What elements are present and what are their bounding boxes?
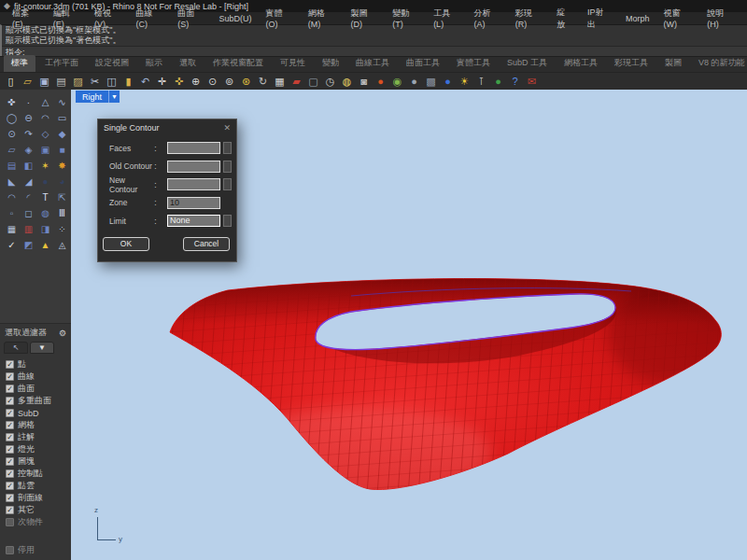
export-icon[interactable]: ▨: [70, 74, 86, 89]
toolbar-tab[interactable]: 實體工具: [449, 55, 498, 72]
history-clock-icon[interactable]: ◷: [322, 74, 338, 89]
checkbox[interactable]: ✓: [6, 397, 14, 405]
sphere-tool-icon[interactable]: ●: [37, 174, 53, 189]
filter-checkbox-item[interactable]: ✓ 點: [6, 358, 71, 371]
orient-tool-icon[interactable]: ◍: [37, 205, 53, 220]
picker-button[interactable]: [223, 178, 232, 190]
feedback-icon[interactable]: ✉: [524, 74, 540, 89]
filter-checkbox-item[interactable]: ✓ 燈光: [6, 443, 71, 455]
print-icon[interactable]: ▤: [53, 74, 69, 89]
patch-tool-icon[interactable]: ◆: [54, 126, 70, 141]
zoom-icon[interactable]: ⊕: [188, 74, 204, 89]
arc-tool-icon[interactable]: ◠: [37, 110, 53, 125]
row-input[interactable]: None: [167, 215, 220, 227]
picker-button[interactable]: [223, 161, 232, 173]
move-tool-icon[interactable]: ◻: [21, 205, 36, 220]
pan-hand-icon[interactable]: ✛: [154, 74, 170, 89]
toolbar-tab[interactable]: 選取: [172, 55, 204, 72]
box-tool-icon[interactable]: ▣: [37, 142, 53, 157]
lock-icon[interactable]: ◙: [356, 74, 372, 89]
checkbox[interactable]: ✓: [6, 445, 14, 454]
menu-item[interactable]: IP射出: [581, 7, 618, 31]
paste-icon[interactable]: ▮: [120, 74, 136, 89]
filter-checkbox-item[interactable]: ✓ 次物件: [6, 516, 71, 528]
checkbox[interactable]: ✓: [6, 409, 14, 417]
surface-tool-icon[interactable]: ◇: [37, 126, 53, 141]
menu-item[interactable]: 製圖(D): [345, 7, 386, 29]
loft-tool-icon[interactable]: ◈: [21, 142, 36, 157]
filter-checkbox-item[interactable]: ✓ 點雲: [6, 480, 71, 492]
row-input[interactable]: [167, 161, 220, 173]
toolbar-tab[interactable]: 網格工具: [557, 55, 605, 72]
dim-tool-icon[interactable]: ⇱: [54, 189, 70, 204]
scale-tool-icon[interactable]: ▫: [4, 205, 20, 220]
hide-icon[interactable]: ▢: [305, 74, 321, 89]
undo-icon[interactable]: ↶: [137, 74, 153, 89]
mesh-sphere-icon[interactable]: ▩: [423, 74, 439, 89]
viewport-canvas[interactable]: Right ▼ z y Single Contour ✕ Faces : O: [71, 90, 747, 560]
check-tool-icon[interactable]: ✓: [4, 237, 20, 252]
checkbox[interactable]: ✓: [6, 421, 14, 429]
viewport-layout-icon[interactable]: ▦: [272, 74, 288, 89]
toolbar-tab[interactable]: SubD 工具: [500, 55, 555, 72]
toolbar-tab[interactable]: 設定視圖: [88, 55, 136, 72]
checkbox[interactable]: ✓: [6, 494, 14, 502]
copy-icon[interactable]: ◫: [104, 74, 120, 89]
earth-icon[interactable]: ●: [490, 74, 506, 89]
close-icon[interactable]: ✕: [223, 123, 231, 133]
rotate-view-icon[interactable]: ✜: [171, 74, 187, 89]
toolbar-tab[interactable]: 可見性: [273, 55, 313, 72]
filter-checkbox-item[interactable]: ✓ 控制點: [6, 468, 71, 480]
text-tool-icon[interactable]: T: [37, 189, 53, 204]
toolbar-tab[interactable]: 作業視窗配置: [205, 55, 271, 72]
menu-item[interactable]: 綻放: [551, 7, 581, 31]
filter-tab-filter[interactable]: ▼: [30, 342, 54, 354]
checkbox[interactable]: ✓: [6, 457, 14, 466]
chevron-down-icon[interactable]: ▼: [108, 91, 120, 103]
pyramid-tool-icon[interactable]: ◬: [54, 237, 70, 252]
blend-curve-tool-icon[interactable]: ◜: [21, 189, 36, 204]
select-tool-icon[interactable]: ✜: [4, 94, 20, 109]
checkbox[interactable]: ✓: [6, 360, 14, 369]
filter-checkbox-item[interactable]: ✓ 曲面: [6, 383, 71, 395]
picker-button[interactable]: [223, 142, 232, 154]
row-input[interactable]: [167, 142, 220, 154]
toolbar-tab[interactable]: 製圖: [657, 55, 689, 72]
fillet-tool-icon[interactable]: ◣: [4, 174, 20, 189]
filter-checkbox-item[interactable]: ✓ 網格: [6, 419, 71, 431]
toolbar-tab[interactable]: 彩現工具: [607, 55, 655, 72]
help-icon[interactable]: ?: [507, 74, 523, 89]
filter-checkbox-item[interactable]: ✓ 圖塊: [6, 455, 71, 468]
menu-item[interactable]: 彩現(R): [509, 7, 550, 29]
filter-checkbox-item[interactable]: ✓ 多重曲面: [6, 395, 71, 407]
zoom-extents-icon[interactable]: ⊚: [221, 74, 237, 89]
filter-checkbox-item[interactable]: ✓ 註解: [6, 431, 71, 443]
freeform-curve-tool-icon[interactable]: ↷: [21, 126, 36, 141]
checkbox[interactable]: ✓: [6, 372, 14, 381]
curve-tool-icon[interactable]: ∿: [54, 94, 70, 109]
filter-checkbox-item[interactable]: ✓ 剖面線: [6, 492, 71, 504]
point-circle-tool-icon[interactable]: ⊙: [4, 126, 20, 141]
array-columns-tool-icon[interactable]: Ⅲ: [54, 205, 70, 220]
menu-item[interactable]: SubD(U): [212, 14, 258, 23]
grid-array-tool-icon[interactable]: ▦: [4, 221, 20, 236]
viewport-tab-right[interactable]: Right ▼: [76, 91, 120, 103]
toolbar-tab[interactable]: V8 的新功能: [691, 55, 747, 72]
menu-item[interactable]: 工具(L): [427, 7, 466, 29]
toolbar-tab[interactable]: 變動: [315, 55, 346, 72]
ellipse-tool-icon[interactable]: ⊖: [21, 110, 36, 125]
lamp-icon[interactable]: ◍: [339, 74, 355, 89]
undo-view-icon[interactable]: ↻: [255, 74, 271, 89]
extrude-tool-icon[interactable]: ◧: [21, 158, 36, 173]
menu-item[interactable]: 視窗(W): [657, 7, 700, 29]
toolbar-tab[interactable]: 曲面工具: [399, 55, 447, 72]
row-input[interactable]: 10: [167, 197, 220, 209]
rectangle-tool-icon[interactable]: ▭: [54, 110, 70, 125]
circle-tool-icon[interactable]: ◯: [4, 110, 20, 125]
point-tool-icon[interactable]: ∙: [21, 94, 36, 109]
row-input[interactable]: [167, 178, 220, 190]
gray-sphere-icon[interactable]: ●: [406, 74, 422, 89]
toolbar-tab[interactable]: 工作平面: [37, 55, 86, 72]
small-sphere-tool-icon[interactable]: ◕: [54, 174, 70, 189]
filter-disable-item[interactable]: ✓ 停用: [6, 544, 71, 556]
